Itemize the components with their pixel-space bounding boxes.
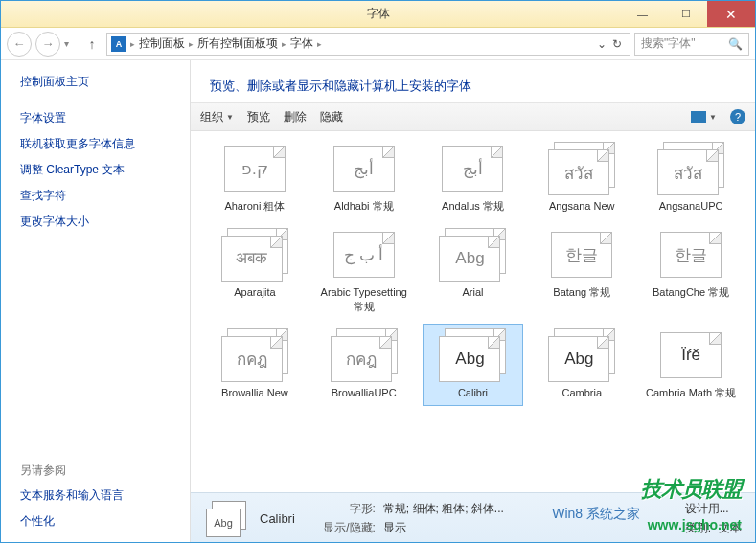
sidebar-link[interactable]: 查找字符 bbox=[20, 188, 190, 204]
font-thumbnail: अबक bbox=[218, 228, 292, 282]
font-thumbnail: Abg bbox=[544, 328, 619, 382]
search-icon: 🔍 bbox=[728, 37, 743, 51]
font-thumbnail: ק.פ bbox=[218, 142, 292, 195]
font-label: Batang 常规 bbox=[553, 285, 610, 299]
font-label: BatangChe 常规 bbox=[653, 285, 729, 299]
window-title: 字体 bbox=[367, 6, 390, 22]
sidebar-link[interactable]: 调整 ClearType 文本 bbox=[20, 162, 190, 178]
page-title: 预览、删除或者显示和隐藏计算机上安装的字体 bbox=[210, 78, 736, 95]
font-item[interactable]: अबकAparajita bbox=[204, 223, 306, 320]
font-item[interactable]: AbgCalibri bbox=[423, 324, 524, 406]
font-thumbnail: أبج bbox=[435, 142, 510, 195]
font-thumbnail: กคฎ bbox=[218, 328, 292, 382]
font-item[interactable]: 한글BatangChe 常规 bbox=[640, 223, 742, 320]
maximize-button[interactable]: ☐ bbox=[664, 1, 707, 27]
chevron-right-icon: ▸ bbox=[317, 39, 322, 49]
font-thumbnail: 한글 bbox=[544, 228, 619, 282]
details-label: 字形: bbox=[318, 501, 376, 517]
font-item[interactable]: กคฎBrowalliaUPC bbox=[313, 324, 415, 406]
minimize-button[interactable]: — bbox=[621, 1, 664, 27]
chevron-right-icon: ▸ bbox=[130, 39, 135, 49]
details-value: 文本 bbox=[719, 520, 742, 536]
font-thumbnail: 한글 bbox=[653, 228, 728, 282]
font-item[interactable]: 한글Batang 常规 bbox=[531, 223, 632, 320]
font-label: Calibri bbox=[458, 386, 488, 399]
sidebar-title[interactable]: 控制面板主页 bbox=[20, 74, 190, 90]
breadcrumb-item[interactable]: 所有控制面板项 bbox=[197, 35, 278, 52]
font-label: Aharoni 粗体 bbox=[224, 199, 285, 213]
chevron-down-icon[interactable]: ⌄ bbox=[597, 37, 607, 51]
breadcrumb-item[interactable]: 控制面板 bbox=[139, 35, 185, 52]
toolbar-hide[interactable]: 隐藏 bbox=[320, 109, 343, 125]
breadcrumb[interactable]: A ▸ 控制面板 ▸ 所有控制面板项 ▸ 字体 ▸ ⌄ ↻ bbox=[106, 33, 630, 56]
back-button[interactable]: ← bbox=[7, 32, 32, 57]
forward-button[interactable]: → bbox=[35, 32, 60, 57]
sidebar-footer-link[interactable]: 文本服务和输入语言 bbox=[20, 487, 190, 504]
titlebar: 字体 — ☐ ✕ bbox=[1, 1, 755, 28]
font-thumbnail: กคฎ bbox=[327, 328, 401, 382]
chevron-right-icon: ▸ bbox=[189, 39, 194, 49]
sidebar-link[interactable]: 联机获取更多字体信息 bbox=[20, 136, 190, 152]
details-value: 常规; 细体; 粗体; 斜体... bbox=[383, 501, 504, 517]
view-options[interactable]: ▼ bbox=[691, 111, 717, 123]
history-dropdown[interactable]: ▾ bbox=[64, 38, 78, 49]
sidebar-link[interactable]: 字体设置 bbox=[20, 110, 190, 126]
content: 控制面板主页 字体设置 联机获取更多字体信息 调整 ClearType 文本 查… bbox=[1, 60, 755, 543]
breadcrumb-item[interactable]: 字体 bbox=[290, 35, 313, 52]
font-item[interactable]: أ ب جArabic Typesetting 常规 bbox=[313, 223, 415, 320]
font-thumbnail: أ ب ج bbox=[327, 228, 401, 282]
font-label: Aparajita bbox=[234, 285, 275, 299]
sidebar: 控制面板主页 字体设置 联机获取更多字体信息 调整 ClearType 文本 查… bbox=[1, 60, 191, 543]
details-pane: Abg Calibri 字形:常规; 细体; 粗体; 斜体... 显示/隐藏:显… bbox=[191, 492, 755, 543]
font-item[interactable]: กคฎBrowallia New bbox=[204, 324, 306, 406]
font-item[interactable]: ק.פAharoni 粗体 bbox=[204, 137, 306, 219]
details-value: 显示 bbox=[383, 520, 406, 536]
folder-icon: A bbox=[111, 36, 126, 52]
up-button[interactable]: ↑ bbox=[81, 34, 103, 55]
font-item[interactable]: AbgArial bbox=[423, 223, 524, 320]
chevron-down-icon: ▼ bbox=[226, 113, 234, 122]
font-thumbnail: أبج bbox=[327, 142, 401, 195]
sidebar-footer-link[interactable]: 个性化 bbox=[20, 513, 190, 530]
font-thumbnail: Abg bbox=[435, 228, 510, 282]
font-label: Browallia New bbox=[221, 386, 288, 399]
font-thumbnail: Ïŕě bbox=[653, 328, 728, 382]
font-item[interactable]: สวัสAngsanaUPC bbox=[640, 137, 742, 219]
details-label: 设计用... bbox=[685, 501, 729, 517]
search-placeholder: 搜索"字体" bbox=[641, 35, 696, 52]
search-input[interactable]: 搜索"字体" 🔍 bbox=[634, 33, 749, 56]
font-item[interactable]: ÏŕěCambria Math 常规 bbox=[640, 324, 742, 406]
font-label: BrowalliaUPC bbox=[332, 386, 397, 399]
font-label: Cambria Math 常规 bbox=[646, 386, 736, 399]
font-item[interactable]: أبجAldhabi 常规 bbox=[313, 137, 415, 219]
toolbar-delete[interactable]: 删除 bbox=[284, 109, 307, 125]
view-icon bbox=[691, 111, 706, 123]
main-header: 预览、删除或者显示和隐藏计算机上安装的字体 bbox=[191, 60, 755, 102]
refresh-icon[interactable]: ↻ bbox=[612, 37, 622, 51]
toolbar-organize[interactable]: 组织▼ bbox=[200, 109, 234, 125]
font-item[interactable]: AbgCambria bbox=[531, 324, 632, 406]
chevron-down-icon: ▼ bbox=[709, 113, 717, 122]
details-name: Calibri bbox=[260, 511, 295, 526]
font-label: Angsana New bbox=[549, 199, 615, 213]
font-label: Arial bbox=[462, 285, 483, 299]
font-grid: ק.פAharoni 粗体أبجAldhabi 常规أبجAndalus 常规ส… bbox=[191, 131, 755, 492]
main: 预览、删除或者显示和隐藏计算机上安装的字体 组织▼ 预览 删除 隐藏 ▼ ? ק… bbox=[191, 60, 755, 543]
font-thumbnail: สวัส bbox=[544, 142, 619, 195]
help-icon[interactable]: ? bbox=[730, 109, 745, 124]
chevron-right-icon: ▸ bbox=[282, 39, 286, 49]
details-label: 类别: bbox=[685, 520, 711, 536]
font-item[interactable]: สวัสAngsana New bbox=[531, 137, 632, 219]
window-controls: — ☐ ✕ bbox=[621, 1, 755, 27]
close-button[interactable]: ✕ bbox=[707, 1, 755, 27]
font-thumbnail: สวัส bbox=[653, 142, 728, 195]
font-label: Cambria bbox=[562, 386, 603, 399]
font-item[interactable]: أبجAndalus 常规 bbox=[423, 137, 524, 219]
sidebar-link[interactable]: 更改字体大小 bbox=[20, 214, 190, 230]
font-label: Andalus 常规 bbox=[442, 199, 504, 213]
toolbar: 组织▼ 预览 删除 隐藏 ▼ ? bbox=[191, 102, 755, 131]
toolbar-preview[interactable]: 预览 bbox=[247, 109, 270, 125]
font-thumbnail: Abg bbox=[435, 328, 510, 382]
font-label: Arabic Typesetting 常规 bbox=[316, 285, 412, 313]
font-label: AngsanaUPC bbox=[659, 199, 723, 213]
